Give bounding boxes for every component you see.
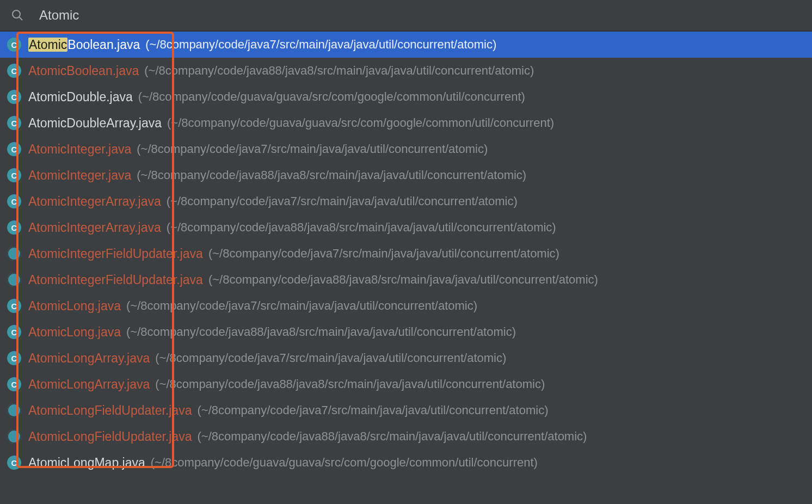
class-icon: C: [7, 272, 22, 287]
result-row[interactable]: CAtomicLongFieldUpdater.java(~/8company/…: [0, 397, 812, 423]
result-row[interactable]: CAtomicBoolean.java(~/8company/code/java…: [0, 32, 812, 58]
result-row[interactable]: CAtomicInteger.java(~/8company/code/java…: [0, 162, 812, 188]
result-row[interactable]: CAtomicLongArray.java(~/8company/code/ja…: [0, 371, 812, 397]
class-icon: C: [7, 220, 22, 235]
result-filename: AtomicLongArray.java: [28, 351, 150, 366]
result-path: (~/8company/code/java7/src/main/java/jav…: [167, 194, 518, 208]
class-icon: C: [7, 403, 22, 418]
result-row[interactable]: CAtomicIntegerFieldUpdater.java(~/8compa…: [0, 241, 812, 267]
result-path: (~/8company/code/java7/src/main/java/jav…: [208, 247, 559, 261]
result-row[interactable]: CAtomicLong.java(~/8company/code/java7/s…: [0, 293, 812, 319]
result-row[interactable]: CAtomicLongArray.java(~/8company/code/ja…: [0, 345, 812, 371]
result-path: (~/8company/code/java7/src/main/java/jav…: [155, 351, 506, 365]
svg-point-0: [13, 10, 20, 18]
result-path: (~/8company/code/java7/src/main/java/jav…: [197, 403, 548, 417]
result-row[interactable]: CAtomicInteger.java(~/8company/code/java…: [0, 136, 812, 162]
result-path: (~/8company/code/guava/guava/src/com/goo…: [151, 456, 538, 470]
result-path: (~/8company/code/java88/java8/src/main/j…: [137, 168, 526, 182]
class-icon: C: [7, 377, 22, 392]
result-filename: AtomicIntegerArray.java: [28, 194, 161, 209]
result-filename: AtomicInteger.java: [28, 168, 131, 183]
result-filename: AtomicIntegerFieldUpdater.java: [28, 247, 203, 261]
class-icon: C: [7, 324, 22, 340]
class-icon: C: [7, 37, 22, 52]
result-row[interactable]: CAtomicLongMap.java(~/8company/code/guav…: [0, 450, 812, 476]
result-path: (~/8company/code/java7/src/main/java/jav…: [137, 142, 488, 156]
result-row[interactable]: CAtomicIntegerArray.java(~/8company/code…: [0, 188, 812, 214]
results-list: CAtomicBoolean.java(~/8company/code/java…: [0, 32, 812, 476]
result-filename: AtomicLongFieldUpdater.java: [28, 429, 192, 444]
result-row[interactable]: CAtomicDouble.java(~/8company/code/guava…: [0, 84, 812, 110]
class-icon: C: [7, 115, 22, 131]
result-filename: AtomicDouble.java: [28, 90, 133, 105]
class-icon: C: [7, 142, 22, 157]
class-icon: C: [7, 63, 22, 78]
search-input[interactable]: [39, 0, 801, 30]
class-icon: C: [7, 246, 22, 261]
result-filename: AtomicInteger.java: [28, 142, 131, 157]
class-icon: C: [7, 168, 22, 183]
search-icon: [11, 9, 24, 22]
result-row[interactable]: CAtomicDoubleArray.java(~/8company/code/…: [0, 110, 812, 136]
result-row[interactable]: CAtomicIntegerArray.java(~/8company/code…: [0, 214, 812, 241]
match-highlight: Atomic: [28, 38, 67, 52]
search-bar: [0, 0, 812, 32]
result-filename: AtomicLongArray.java: [28, 377, 150, 392]
svg-line-1: [20, 17, 23, 21]
result-row[interactable]: CAtomicIntegerFieldUpdater.java(~/8compa…: [0, 267, 812, 293]
class-icon: C: [7, 194, 22, 209]
result-path: (~/8company/code/java88/java8/src/main/j…: [167, 220, 556, 235]
result-path: (~/8company/code/java88/java8/src/main/j…: [197, 429, 587, 444]
result-filename: AtomicLong.java: [28, 325, 121, 340]
result-filename: AtomicBoolean.java: [28, 64, 139, 78]
class-icon: C: [7, 298, 22, 314]
result-path: (~/8company/code/java7/src/main/java/jav…: [145, 38, 496, 52]
result-path: (~/8company/code/java7/src/main/java/jav…: [126, 299, 477, 313]
class-icon: C: [7, 351, 22, 366]
result-path: (~/8company/code/guava/guava/src/com/goo…: [167, 116, 554, 130]
result-filename: AtomicLong.java: [28, 299, 121, 314]
class-icon: C: [7, 455, 22, 470]
result-path: (~/8company/code/guava/guava/src/com/goo…: [138, 90, 525, 104]
result-row[interactable]: CAtomicLongFieldUpdater.java(~/8company/…: [0, 423, 812, 450]
result-filename: AtomicLongMap.java: [28, 456, 145, 470]
result-row[interactable]: CAtomicLong.java(~/8company/code/java88/…: [0, 319, 812, 345]
result-filename: AtomicIntegerFieldUpdater.java: [28, 273, 203, 287]
result-path: (~/8company/code/java88/java8/src/main/j…: [144, 64, 534, 78]
result-path: (~/8company/code/java88/java8/src/main/j…: [208, 273, 598, 287]
result-path: (~/8company/code/java88/java8/src/main/j…: [126, 325, 516, 339]
result-path: (~/8company/code/java88/java8/src/main/j…: [155, 377, 545, 391]
result-row[interactable]: CAtomicBoolean.java(~/8company/code/java…: [0, 58, 812, 84]
result-filename: AtomicBoolean.java: [28, 38, 140, 52]
result-filename: AtomicLongFieldUpdater.java: [28, 403, 192, 418]
class-icon: C: [7, 429, 22, 444]
result-filename: AtomicDoubleArray.java: [28, 116, 162, 131]
class-icon: C: [7, 89, 22, 105]
result-filename: AtomicIntegerArray.java: [28, 220, 161, 235]
